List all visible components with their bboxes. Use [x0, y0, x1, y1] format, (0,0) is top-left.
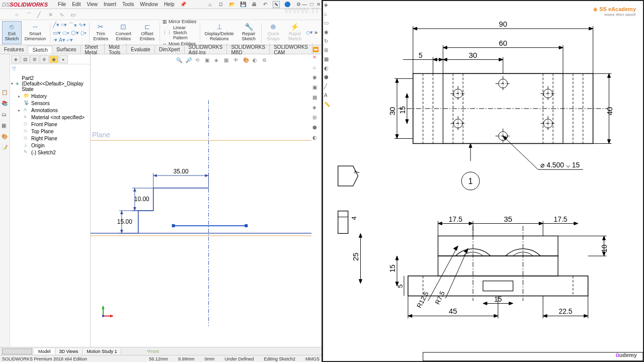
menu-window[interactable]: Window: [140, 2, 158, 7]
side-tool6-icon[interactable]: ⬢: [310, 125, 318, 133]
status-y: 9.99mm: [178, 356, 195, 361]
hide-show-icon[interactable]: 👁: [233, 57, 240, 64]
collapse-tabs-icon[interactable]: ⏪: [312, 47, 321, 52]
side-tool3-icon[interactable]: ▦: [310, 95, 318, 103]
undo-icon[interactable]: ↶: [262, 1, 269, 8]
menu-view[interactable]: View: [87, 2, 98, 7]
menu-help[interactable]: Help: [164, 2, 175, 7]
tree-history[interactable]: ▸📁History: [11, 93, 89, 100]
convert-button[interactable]: ⊡Convert Entities: [111, 21, 136, 44]
menu-edit[interactable]: Edit: [72, 2, 80, 7]
section-icon[interactable]: ▣: [205, 57, 212, 64]
close-sketch-icon[interactable]: ✕: [310, 54, 318, 62]
tree-root[interactable]: ▾◈Part2 (Default<<Default>_Display State: [11, 75, 89, 93]
side-tool5-icon[interactable]: ⊞: [310, 115, 318, 123]
side-tool1-icon[interactable]: ◉: [310, 74, 318, 82]
point-tool-icon[interactable]: ·▾: [53, 37, 57, 43]
menu-pin-icon[interactable]: 📌: [180, 2, 186, 7]
spline-tool-icon[interactable]: ∿▾: [78, 22, 86, 29]
tab-features[interactable]: Features: [0, 46, 28, 53]
save-icon[interactable]: 💾: [239, 1, 247, 8]
poly-tool-icon[interactable]: ⬡▾: [71, 30, 79, 36]
btab-model[interactable]: Model: [34, 348, 55, 354]
zoom-area-icon[interactable]: 🔎: [186, 57, 193, 64]
exit-sketch-button[interactable]: ⎋Exit Sketch: [2, 21, 22, 44]
home-icon[interactable]: ⌂: [206, 1, 213, 8]
tree-material[interactable]: ≡Material <not specified>: [11, 114, 89, 121]
appearances-icon[interactable]: 🎨: [2, 134, 9, 141]
side-tool7-icon[interactable]: ◐: [310, 135, 318, 143]
circle-tool-icon[interactable]: ○▾: [61, 22, 67, 29]
library-icon[interactable]: 📚: [2, 101, 9, 108]
paint-icon[interactable]: ◇▾: [306, 29, 313, 36]
tree-right-plane[interactable]: ◇Right Plane: [11, 135, 89, 142]
arc-icon[interactable]: ⌒: [26, 12, 32, 18]
appearance-icon[interactable]: 🎨: [243, 57, 250, 64]
scene-icon[interactable]: ◐: [253, 57, 260, 64]
zoom-fit-icon[interactable]: 🔍: [176, 57, 183, 64]
tree-tab-config-icon[interactable]: ⊞: [30, 55, 39, 63]
side-tool4-icon[interactable]: ◈: [310, 105, 318, 113]
fillet-tool-icon[interactable]: ⌐▾: [67, 37, 73, 43]
offset-button[interactable]: ⊏Offset Entities: [136, 21, 158, 44]
rect-tool-icon[interactable]: ▭▾: [53, 30, 61, 36]
prev-view-icon[interactable]: ⟲: [195, 57, 202, 64]
trim-button[interactable]: ✂Trim Entities: [91, 21, 111, 44]
engineering-drawing: 90 60 30 5 30 15 40: [323, 1, 643, 361]
line-icon[interactable]: ╱: [37, 12, 43, 18]
tab-surfaces[interactable]: Surfaces: [52, 46, 80, 53]
btab-3dviews[interactable]: 3D Views: [55, 348, 83, 354]
tree-tab-property-icon[interactable]: ▤: [21, 55, 30, 63]
custom-props-icon[interactable]: 📝: [2, 145, 9, 152]
tab-evaluate[interactable]: Evaluate: [127, 46, 155, 53]
ellipse-tool-icon[interactable]: ⬯▾: [80, 30, 87, 36]
linear-pattern-button[interactable]: ⋮⋮Linear Sketch Pattern: [163, 25, 197, 40]
menu-file[interactable]: File: [58, 2, 66, 7]
smart-dimension-button[interactable]: ↔Smart Dimension: [22, 21, 48, 44]
timeline-slider[interactable]: [2, 348, 32, 354]
print-icon[interactable]: 🖶: [251, 1, 258, 8]
circle-icon[interactable]: ○: [15, 12, 21, 18]
display-relations-button[interactable]: ⊥Display/Delete Relations: [201, 21, 237, 44]
side-tool2-icon[interactable]: ▣: [310, 84, 318, 93]
cross-icon[interactable]: ✕: [48, 12, 54, 18]
tree-sketch2[interactable]: ✎(-) Sketch2: [11, 149, 89, 156]
tree-tab-dimxpert-icon[interactable]: ⊕: [40, 55, 49, 63]
tree-sensors[interactable]: 📡Sensors: [11, 100, 89, 107]
menu-insert[interactable]: Insert: [104, 2, 116, 7]
view-settings-icon[interactable]: ⚙: [262, 57, 269, 64]
menu-tools[interactable]: Tools: [122, 2, 134, 7]
rect-icon[interactable]: ▭: [70, 12, 76, 18]
side-home-icon[interactable]: ⌂: [310, 64, 318, 72]
tab-dimxpert[interactable]: DimXpert: [155, 46, 185, 53]
btab-motion[interactable]: Motion Study 1: [83, 348, 121, 354]
mirror-button[interactable]: ▥Mirror Entities: [163, 19, 197, 24]
view-orient-icon[interactable]: ◈: [214, 57, 221, 64]
graphics-area[interactable]: 🔍 🔎 ⟲ ▣ ◈ ▦ 👁 🎨 ◐ ⚙ ✕ ⌂ ◉ ▣ ▦: [91, 54, 321, 347]
slot-tool-icon[interactable]: ⬭▾: [62, 30, 69, 36]
tree-origin[interactable]: ⊥Origin: [11, 142, 89, 149]
line-tool-icon[interactable]: ╱▾: [53, 22, 59, 29]
tree-front-plane[interactable]: ◇Front Plane: [11, 121, 89, 128]
expand-icon[interactable]: »: [314, 29, 317, 36]
tab-sketch[interactable]: Sketch: [28, 46, 52, 54]
spline-icon[interactable]: ∿: [59, 12, 65, 18]
tree-tab-display-icon[interactable]: ◉: [49, 55, 58, 63]
explorer-icon[interactable]: 🗂: [2, 112, 9, 119]
tree-tab-feature-icon[interactable]: ◈: [11, 55, 20, 63]
view-palette-icon[interactable]: ▦: [2, 123, 9, 130]
display-style-icon[interactable]: ▦: [224, 57, 231, 64]
resources-icon[interactable]: 📋: [2, 89, 9, 97]
select-icon[interactable]: ⬉: [273, 1, 280, 8]
tree-top-plane[interactable]: ◇Top Plane: [11, 128, 89, 135]
filter-icon[interactable]: ▽: [10, 64, 90, 73]
text-tool-icon[interactable]: A▾: [59, 37, 65, 43]
open-icon[interactable]: 📂: [228, 1, 235, 8]
repair-sketch-button[interactable]: 🔧Repair Sketch: [237, 21, 260, 44]
arc-tool-icon[interactable]: ⌒▾: [68, 22, 77, 29]
status-units[interactable]: MMGS: [305, 356, 319, 361]
tree-annotations[interactable]: ▸AAnnotations: [11, 107, 89, 114]
new-icon[interactable]: 🗋: [217, 1, 224, 8]
svg-rect-106: [338, 211, 348, 234]
tree-tab-more-icon[interactable]: ▸: [59, 55, 68, 63]
